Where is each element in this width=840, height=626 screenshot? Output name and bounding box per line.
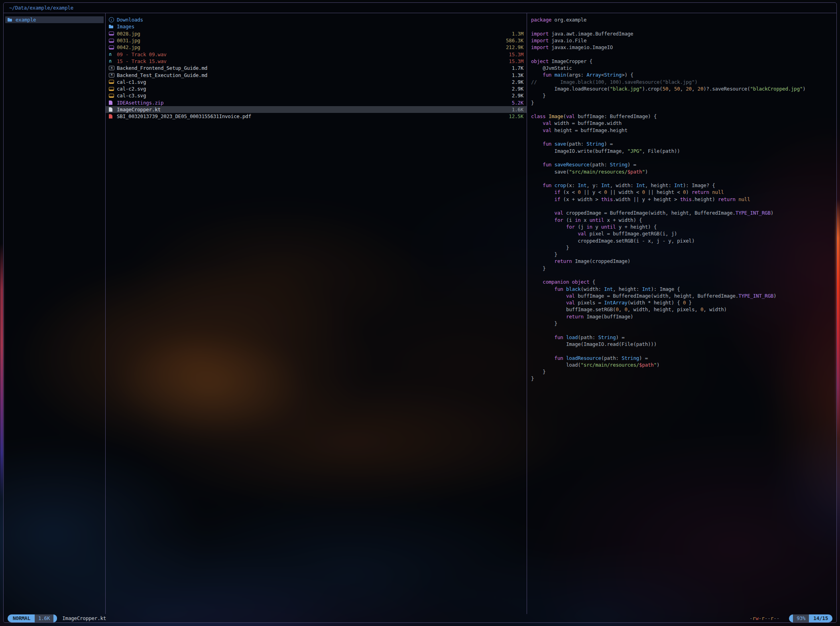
file-name: Backend_Test_Execution_Guide.md: [117, 72, 207, 78]
file-size: 12.5K: [509, 113, 523, 119]
parent-dir-item[interactable]: example: [5, 16, 104, 23]
code-line: }: [531, 244, 836, 251]
code-line: fun load(path: String) =: [531, 334, 836, 341]
file-row[interactable]: cal-c1.svg2.9K: [106, 79, 527, 85]
statusbar-left: NORMAL 1.6K ImageCropper.kt: [8, 614, 106, 622]
file-name: Backend_Frontend_Setup_Guide.md: [117, 65, 207, 71]
file-name: Downloads: [117, 17, 143, 23]
svg-icon: [109, 92, 114, 99]
file-size: 5.2K: [512, 100, 523, 106]
svg-icon: [109, 85, 114, 92]
selected-file-size-badge: 1.6K: [35, 614, 53, 622]
code-line: fun saveResource(path: String) =: [531, 161, 836, 168]
code-line: load("src/main/resources/$path"): [531, 361, 836, 368]
file-list: DownloadsImages0028.jpg1.3M0031.jpg586.3…: [106, 16, 527, 120]
code-line: [531, 175, 836, 182]
code-line: if (x < 0 || y < 0 || width < 0 || heigh…: [531, 189, 836, 196]
code-line: croppedImage.setRGB(i - x, j - y, pixel): [531, 237, 836, 244]
file-name: 15 - Track 15.wav: [117, 58, 167, 64]
battery-percentage: 93%: [793, 614, 809, 622]
file-row[interactable]: Images: [106, 23, 527, 30]
code-line: fun save(path: String) =: [531, 140, 836, 147]
code-line: package org.example: [531, 16, 836, 23]
code-line: import java.io.File: [531, 37, 836, 44]
file-row[interactable]: 0031.jpg586.3K: [106, 37, 527, 44]
code-line: companion object {: [531, 278, 836, 285]
svg-icon: [109, 79, 114, 85]
file-row[interactable]: 15 - Track 15.wav15.3M: [106, 58, 527, 65]
code-line: save("src/main/resources/$path"): [531, 168, 836, 175]
code-line: fun black(width: Int, height: Int): Imag…: [531, 286, 836, 292]
code-line: for (i in x until x + width) {: [531, 217, 836, 223]
code-line: [531, 154, 836, 161]
code-line: [531, 348, 836, 354]
file-row[interactable]: 09 - Track 09.wav15.3M: [106, 51, 527, 57]
file-row[interactable]: ImageCropper.kt1.6K: [106, 106, 527, 113]
code-line: fun crop(x: Int, y: Int, width: Int, hei…: [531, 182, 836, 189]
code-line: val width = buffImage.width: [531, 120, 836, 126]
kt-icon: [109, 106, 114, 113]
code-line: }: [531, 265, 836, 272]
code-line: }: [531, 368, 836, 375]
code-line: import javax.imageio.ImageIO: [531, 44, 836, 51]
file-name: IDEAsettings.zip: [117, 100, 163, 106]
file-size: 1.7K: [512, 65, 523, 71]
code-line: }: [531, 375, 836, 382]
md-icon: [109, 65, 114, 71]
file-row[interactable]: IDEAsettings.zip5.2K: [106, 99, 527, 106]
folder-icon: [8, 16, 13, 23]
code-line: }: [531, 251, 836, 258]
permissions: -rw-r--r--: [750, 615, 779, 621]
code-line: }: [531, 92, 836, 99]
code-line: object ImageCropper {: [531, 58, 836, 65]
file-size: 1.6K: [512, 107, 523, 113]
code-line: @JvmStatic: [531, 65, 836, 71]
file-name: cal-c1.svg: [117, 79, 146, 85]
code-line: val pixel = buffImage.getRGB(i, j): [531, 230, 836, 237]
code-line: class Image(val buffImage: BufferedImage…: [531, 113, 836, 120]
file-name: Images: [117, 24, 134, 30]
pdf-icon: [109, 113, 114, 120]
file-size: 15.3M: [509, 51, 523, 57]
code-line: // Image.black(100, 100).saveResource("b…: [531, 79, 836, 85]
file-size: 2.9K: [512, 93, 523, 99]
code-line: }: [531, 99, 836, 106]
file-name: 0031.jpg: [117, 38, 140, 43]
file-row[interactable]: Backend_Test_Execution_Guide.md1.3K: [106, 71, 527, 78]
code-line: Image(ImageIO.read(File(path))): [531, 341, 836, 348]
code-line: }: [531, 320, 836, 327]
file-row[interactable]: 0028.jpg1.3M: [106, 30, 527, 37]
code-line: [531, 23, 836, 30]
file-size: 2.9K: [512, 79, 523, 85]
code-line: [531, 134, 836, 140]
md-icon: [109, 72, 114, 79]
statusbar: NORMAL 1.6K ImageCropper.kt -rw-r--r-- 9…: [4, 614, 836, 622]
file-name: 0042.jpg: [117, 44, 140, 50]
file-row[interactable]: Downloads: [106, 16, 527, 23]
code-line: ImageIO.write(buffImage, "JPG", File(pat…: [531, 148, 836, 154]
code-line: for (j in y until y + height) {: [531, 223, 836, 230]
file-row[interactable]: cal-c3.svg2.9K: [106, 92, 527, 99]
current-path: ~/Data/example/example: [9, 5, 73, 11]
code-line: [531, 272, 836, 278]
file-list-pane: DownloadsImages0028.jpg1.3M0031.jpg586.3…: [106, 13, 527, 614]
code-line: fun main(args: Array<String>) {: [531, 71, 836, 78]
code-line: [531, 106, 836, 113]
jpg-icon: [109, 37, 114, 44]
file-row[interactable]: 0042.jpg212.9K: [106, 44, 527, 51]
download-icon: [109, 16, 114, 23]
code-line: [531, 203, 836, 209]
code-line: import java.awt.image.BufferedImage: [531, 30, 836, 37]
statusbar-filename: ImageCropper.kt: [62, 615, 106, 621]
file-row[interactable]: cal-c2.svg2.9K: [106, 85, 527, 92]
file-row[interactable]: SBI_0032013739_2023_DE05_0003155631Invoi…: [106, 113, 527, 120]
panes-container: example DownloadsImages0028.jpg1.3M0031.…: [4, 13, 836, 614]
jpg-icon: [109, 44, 114, 51]
file-row[interactable]: Backend_Frontend_Setup_Guide.md1.7K: [106, 65, 527, 71]
statusbar-right: -rw-r--r-- 93% 14/15: [750, 614, 832, 622]
file-name: ImageCropper.kt: [117, 107, 161, 113]
powerline-cap-icon: [789, 614, 793, 622]
file-position-indicator: 14/15: [809, 614, 832, 622]
code-view: package org.example import java.awt.imag…: [531, 16, 836, 382]
code-line: val croppedImage = BufferedImage(width, …: [531, 209, 836, 216]
